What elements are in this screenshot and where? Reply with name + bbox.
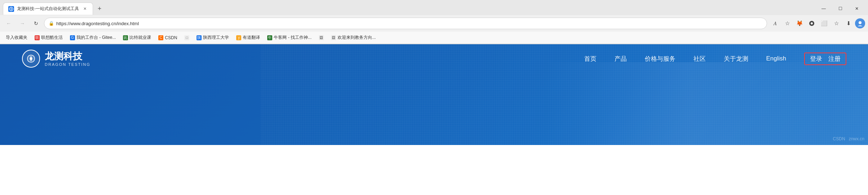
url-text: https://www.dragontesting.cn/index.html bbox=[56, 21, 762, 26]
lock-icon: 🔒 bbox=[49, 21, 54, 26]
logo-chinese: 龙测科技 bbox=[45, 51, 91, 62]
bookmark-youdao-label: 有道翻译 bbox=[243, 35, 260, 41]
bookmark-edu-label: 欢迎来到教务方向... bbox=[338, 35, 376, 41]
server-decoration bbox=[543, 62, 832, 145]
nav-products[interactable]: 产品 bbox=[614, 55, 627, 63]
bookmarks-bar: 导入收藏夹 联 联想酷生活 G 我的工作台 - Gitee... 比 比特就业课… bbox=[0, 32, 868, 44]
star-icon[interactable]: ☆ bbox=[781, 18, 793, 29]
logo-icon bbox=[22, 49, 40, 68]
window-controls: — ☐ ✕ bbox=[815, 3, 865, 15]
svg-point-3 bbox=[859, 21, 862, 24]
tab-title: 龙测科技-一站式自动化测试工具 bbox=[17, 6, 79, 12]
bookmark-csdn-icon: C bbox=[158, 35, 163, 40]
tab-bar: 龙测科技-一站式自动化测试工具 ✕ + — ☐ ✕ bbox=[0, 0, 868, 15]
server-rack-visual bbox=[543, 62, 832, 145]
bookmark-gitee-icon: G bbox=[70, 35, 75, 40]
logo-area[interactable]: 龙测科技 DRAGON TESTING bbox=[22, 49, 91, 68]
address-row: ← → ↻ 🔒 https://www.dragontesting.cn/ind… bbox=[0, 15, 868, 32]
bookmark-gitee-label: 我的工作台 - Gitee... bbox=[76, 35, 116, 41]
bookmark-page1[interactable]: □ bbox=[181, 34, 192, 41]
bookmark-import-label: 导入收藏夹 bbox=[6, 35, 27, 41]
favorites-icon[interactable]: ☆ bbox=[830, 18, 842, 29]
toolbar-icons: 𝐴 ☆ 🦊 ⬜ ☆ ⬇ bbox=[769, 18, 865, 29]
nav-pricing[interactable]: 价格与服务 bbox=[645, 55, 675, 63]
bookmark-csdn[interactable]: C CSDN bbox=[155, 34, 180, 41]
bookmark-import[interactable]: 导入收藏夹 bbox=[3, 33, 30, 42]
bookmark-bite-icon: 比 bbox=[123, 35, 128, 40]
watermark-text2: znwx.cn bbox=[849, 136, 864, 141]
bookmark-niuke-icon: 牛 bbox=[267, 35, 272, 40]
watermark-text1: CSDN bbox=[833, 136, 845, 141]
new-tab-button[interactable]: + bbox=[94, 4, 105, 14]
maximize-button[interactable]: ☐ bbox=[832, 3, 849, 15]
extension-fox-icon[interactable]: 🦊 bbox=[794, 18, 805, 29]
nav-community[interactable]: 社区 bbox=[693, 55, 706, 63]
bookmark-youdao-icon: y bbox=[236, 35, 241, 40]
bookmark-image[interactable]: 🖼 bbox=[316, 34, 327, 41]
tab-close-button[interactable]: ✕ bbox=[82, 6, 88, 12]
logo-text: 龙测科技 DRAGON TESTING bbox=[45, 51, 91, 66]
refresh-button[interactable]: ↻ bbox=[30, 18, 42, 29]
split-view-icon[interactable]: ⬜ bbox=[818, 18, 830, 29]
svg-point-5 bbox=[30, 58, 32, 60]
back-button[interactable]: ← bbox=[3, 18, 14, 29]
read-aloud-icon[interactable]: 𝐴 bbox=[769, 18, 781, 29]
bookmark-lenovo-icon: 联 bbox=[35, 35, 40, 40]
website-content: 龙测科技 DRAGON TESTING 首页 产品 价格与服务 社区 关于龙测 … bbox=[0, 44, 868, 145]
auth-divider bbox=[824, 55, 826, 62]
register-button[interactable]: 注册 bbox=[828, 55, 841, 63]
bookmark-edu-icon: 🖼 bbox=[331, 35, 336, 40]
bookmark-youdao[interactable]: y 有道翻译 bbox=[233, 33, 263, 42]
bookmark-gitee[interactable]: G 我的工作台 - Gitee... bbox=[67, 33, 119, 42]
bookmark-niuke[interactable]: 牛 牛客网 - 找工作神... bbox=[264, 33, 314, 42]
close-button[interactable]: ✕ bbox=[849, 3, 865, 15]
nav-about[interactable]: 关于龙测 bbox=[724, 55, 748, 63]
browser-chrome: 龙测科技-一站式自动化测试工具 ✕ + — ☐ ✕ ← → ↻ 🔒 https:… bbox=[0, 0, 868, 44]
extension-sync-icon[interactable] bbox=[806, 18, 818, 29]
bookmark-shaanxi-icon: 陕 bbox=[197, 35, 202, 40]
bookmark-niuke-label: 牛客网 - 找工作神... bbox=[274, 35, 312, 41]
bookmark-lenovo[interactable]: 联 联想酷生活 bbox=[32, 33, 66, 42]
tab-favicon bbox=[8, 6, 14, 12]
bookmark-page1-icon: □ bbox=[184, 35, 189, 40]
svg-point-2 bbox=[811, 22, 813, 24]
bookmark-edu[interactable]: 🖼 欢迎来到教务方向... bbox=[328, 33, 379, 42]
nav-header: 龙测科技 DRAGON TESTING 首页 产品 价格与服务 社区 关于龙测 … bbox=[0, 44, 868, 73]
collections-icon[interactable]: ⬇ bbox=[843, 18, 854, 29]
bookmark-bite-label: 比特就业课 bbox=[129, 35, 151, 41]
nav-links: 首页 产品 价格与服务 社区 关于龙测 English 登录 注册 bbox=[584, 53, 847, 65]
auth-button-group[interactable]: 登录 注册 bbox=[804, 53, 846, 65]
watermark: CSDN znwx.cn bbox=[833, 136, 864, 141]
logo-english: DRAGON TESTING bbox=[45, 62, 91, 67]
login-button[interactable]: 登录 bbox=[810, 55, 822, 63]
bookmark-shaanxi-label: 陕西理工大学 bbox=[203, 35, 229, 41]
nav-english[interactable]: English bbox=[766, 55, 787, 62]
bookmark-bite[interactable]: 比 比特就业课 bbox=[120, 33, 154, 42]
bookmark-csdn-label: CSDN bbox=[165, 35, 177, 40]
nav-home[interactable]: 首页 bbox=[584, 55, 596, 63]
address-bar[interactable]: 🔒 https://www.dragontesting.cn/index.htm… bbox=[44, 18, 767, 29]
active-tab[interactable]: 龙测科技-一站式自动化测试工具 ✕ bbox=[3, 3, 93, 15]
bookmark-lenovo-label: 联想酷生活 bbox=[41, 35, 63, 41]
bookmark-shaanxi[interactable]: 陕 陕西理工大学 bbox=[194, 33, 232, 42]
minimize-button[interactable]: — bbox=[815, 3, 832, 15]
bookmark-image-icon: 🖼 bbox=[319, 35, 324, 40]
profile-avatar[interactable] bbox=[855, 18, 865, 28]
forward-button[interactable]: → bbox=[17, 18, 28, 29]
